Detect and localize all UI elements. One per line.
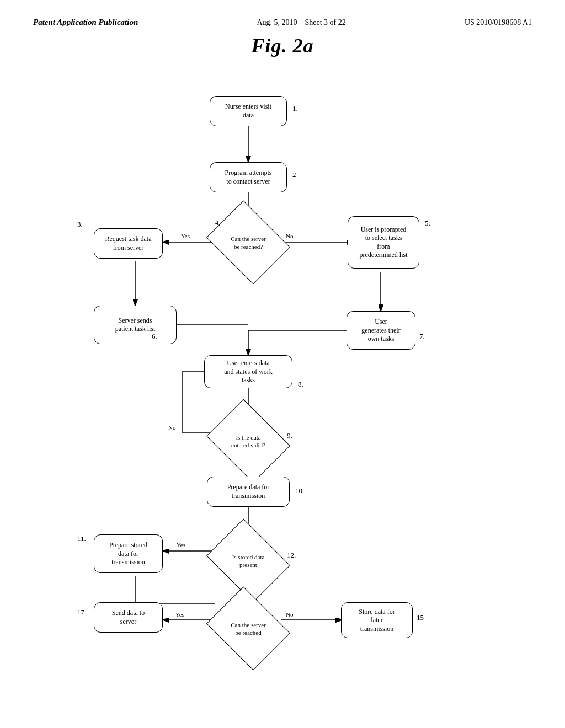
node-2-label: 2 bbox=[292, 170, 296, 179]
node-15: Store data forlatertransmission bbox=[341, 602, 413, 638]
node-9: Is the dataentered valid? bbox=[215, 415, 281, 467]
node-5-text: User is promptedto select tasksfromprede… bbox=[360, 226, 408, 260]
svg-text:Yes: Yes bbox=[181, 233, 190, 239]
node-10-text: Prepare data fortransmission bbox=[227, 483, 270, 500]
node-14-text: Send data toserver bbox=[112, 609, 145, 626]
node-12: Is stored datapresent bbox=[215, 534, 281, 587]
header-center: Aug. 5, 2010 Sheet 3 of 22 bbox=[257, 17, 345, 29]
node-14-label: 17 bbox=[77, 608, 84, 617]
publication-date: Aug. 5, 2010 bbox=[257, 18, 297, 26]
node-8-text: User enters dataand states of worktasks bbox=[224, 359, 273, 385]
node-5: User is promptedto select tasksfromprede… bbox=[348, 216, 419, 269]
sheet-info: Sheet 3 of 22 bbox=[305, 18, 346, 26]
node-15-label: 15 bbox=[417, 613, 424, 622]
node-13-text: Can the serverbe reached bbox=[228, 618, 269, 640]
node-6: Server sendspatient task list bbox=[94, 306, 177, 344]
node-3-text: Request task datafrom server bbox=[105, 235, 152, 252]
node-11-label: 11. bbox=[77, 534, 86, 543]
node-12-label: 12. bbox=[287, 551, 296, 560]
node-11-text: Prepare storeddata fortransmission bbox=[109, 541, 147, 567]
node-12-text: Is stored datapresent bbox=[230, 550, 268, 572]
node-4-text: Can the serverbe reached? bbox=[228, 232, 269, 254]
node-9-label: 9. bbox=[287, 431, 292, 440]
node-7: Usergenerates theirown tasks bbox=[347, 311, 415, 350]
node-10: Prepare data fortransmission bbox=[207, 477, 290, 507]
node-8-label: 8. bbox=[298, 380, 303, 389]
node-2: Program attemptsto contact server bbox=[210, 162, 287, 192]
svg-text:No: No bbox=[168, 424, 176, 431]
node-7-text: Usergenerates theirown tasks bbox=[361, 318, 400, 344]
node-9-text: Is the dataentered valid? bbox=[228, 431, 268, 452]
node-1-text: Nurse enters visitdata bbox=[225, 103, 271, 120]
svg-text:No: No bbox=[286, 233, 294, 239]
node-8: User enters dataand states of worktasks bbox=[204, 355, 292, 388]
node-4: Can the serverbe reached? bbox=[215, 216, 281, 269]
node-5-label: 5. bbox=[425, 219, 430, 228]
node-7-label: 7. bbox=[419, 332, 425, 341]
node-3-label: 3. bbox=[77, 220, 83, 229]
figure-title: Fig. 2a bbox=[33, 34, 532, 57]
node-6-text: Server sendspatient task list bbox=[115, 317, 156, 334]
node-15-text: Store data forlatertransmission bbox=[359, 608, 395, 634]
node-3: Request task datafrom server bbox=[94, 228, 163, 259]
svg-text:No: No bbox=[286, 611, 294, 618]
publication-label: Patent Application Publication bbox=[33, 17, 138, 28]
node-1-label: 1. bbox=[292, 104, 298, 113]
node-10-label: 10. bbox=[295, 486, 304, 495]
svg-text:Yes: Yes bbox=[177, 542, 185, 548]
node-1: Nurse enters visitdata bbox=[210, 96, 287, 126]
node-6-label: 6. bbox=[152, 332, 157, 341]
node-13: Can the serverbe reached bbox=[215, 602, 281, 655]
patent-number: US 2010/0198608 A1 bbox=[465, 17, 532, 29]
page: Patent Application Publication Aug. 5, 2… bbox=[0, 0, 565, 728]
header: Patent Application Publication Aug. 5, 2… bbox=[33, 17, 532, 29]
node-2-text: Program attemptsto contact server bbox=[225, 169, 272, 186]
svg-text:Yes: Yes bbox=[175, 611, 184, 618]
node-11: Prepare storeddata fortransmission bbox=[94, 534, 163, 573]
flowchart: Yes No No Yes bbox=[33, 74, 532, 681]
node-4-label: 4, bbox=[215, 219, 220, 227]
node-14: Send data toserver bbox=[94, 602, 163, 633]
